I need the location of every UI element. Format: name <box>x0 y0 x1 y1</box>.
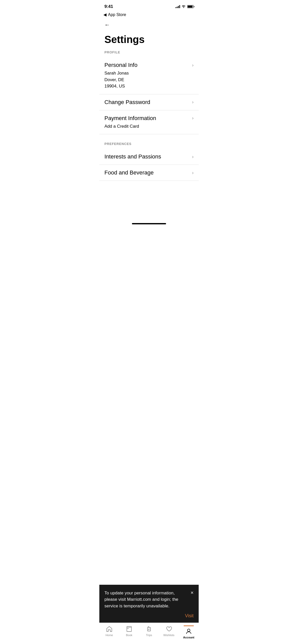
content-area: PROFILE Personal Info › Sarah JonasDover… <box>99 50 199 222</box>
interests-row: Interests and Passions › <box>104 153 194 160</box>
payment-info-item[interactable]: Payment Information › Add a Credit Card <box>99 110 199 135</box>
interests-chevron-icon: › <box>192 154 194 159</box>
page-title: Settings <box>99 31 199 50</box>
food-beverage-row: Food and Beverage › <box>104 169 194 176</box>
nav-back[interactable]: ← <box>99 19 199 31</box>
food-beverage-title: Food and Beverage <box>104 169 154 176</box>
personal-info-chevron-icon: › <box>192 63 194 68</box>
status-icons <box>175 5 194 9</box>
personal-info-subtitle: Sarah JonasDover, DE19904, US <box>104 70 194 90</box>
change-password-item[interactable]: Change Password › <box>99 94 199 110</box>
change-password-row: Change Password › <box>104 99 194 106</box>
signal-bars-icon <box>175 5 180 8</box>
food-beverage-item[interactable]: Food and Beverage › <box>99 165 199 181</box>
battery-icon <box>187 5 194 8</box>
status-bar: 9:41 <box>99 0 199 11</box>
payment-info-subtitle: Add a Credit Card <box>104 123 194 130</box>
change-password-title: Change Password <box>104 99 150 106</box>
status-time: 9:41 <box>104 4 113 9</box>
wifi-icon <box>182 5 186 9</box>
back-arrow-icon[interactable]: ← <box>104 22 110 28</box>
payment-info-title: Payment Information <box>104 115 156 122</box>
personal-info-title: Personal Info <box>104 62 138 68</box>
interests-title: Interests and Passions <box>104 153 161 160</box>
app-store-label: App Store <box>108 12 126 17</box>
interests-item[interactable]: Interests and Passions › <box>99 149 199 165</box>
app-store-bar: ◀ App Store <box>99 11 199 19</box>
preferences-section-label: PREFERENCES <box>99 142 199 149</box>
personal-info-item[interactable]: Personal Info › Sarah JonasDover, DE1990… <box>99 57 199 94</box>
change-password-chevron-icon: › <box>192 99 194 105</box>
app-store-back-arrow: ◀ <box>103 12 106 17</box>
home-indicator <box>132 223 166 224</box>
payment-info-chevron-icon: › <box>192 115 194 121</box>
food-beverage-chevron-icon: › <box>192 170 194 175</box>
personal-info-row: Personal Info › <box>104 62 194 68</box>
profile-section-label: PROFILE <box>99 50 199 57</box>
payment-info-row: Payment Information › <box>104 115 194 122</box>
